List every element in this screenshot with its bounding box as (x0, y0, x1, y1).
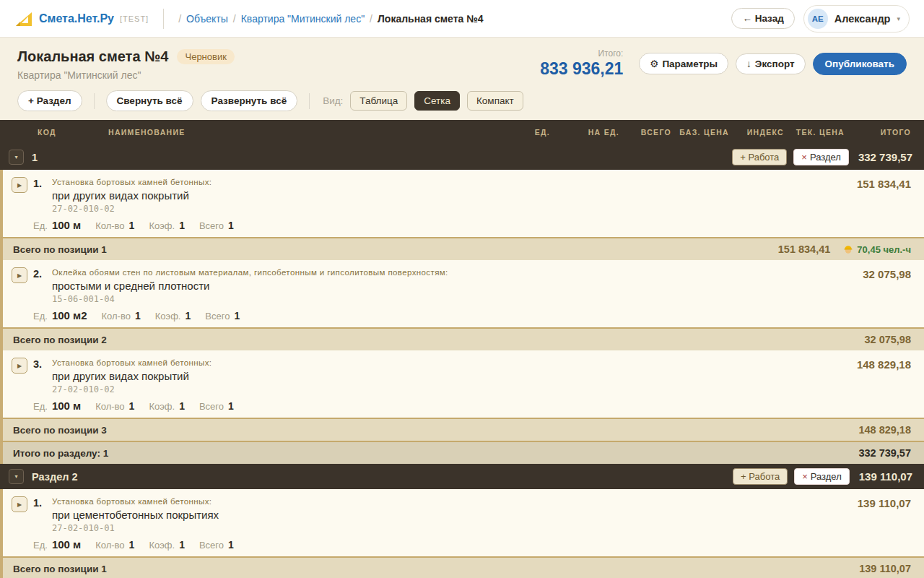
item-expand-button[interactable]: ▶ (12, 496, 27, 512)
status-badge: Черновик (177, 49, 234, 64)
breadcrumb-object[interactable]: Квартира "Митинский лес" (241, 13, 365, 25)
item-title: Оклейка обоями стен по листовым материал… (52, 267, 857, 277)
item-coef: 1 (179, 539, 185, 551)
close-icon: × (801, 152, 807, 163)
item-qty-total: 1 (228, 400, 234, 412)
logo-triangle-icon (14, 10, 33, 27)
grand-total: Итого: 833 936,21 (540, 48, 623, 79)
play-icon: ▶ (17, 363, 22, 369)
play-icon: ▶ (17, 501, 22, 508)
section-total-value: 332 739,57 (858, 151, 912, 163)
estimate-subtitle: Квартира "Митинский лес" (17, 69, 540, 81)
item-unit: 100 м2 (52, 309, 87, 322)
delete-section-button[interactable]: ×Раздел (794, 468, 850, 485)
section-total-label: Итого по разделу: 1 (13, 448, 108, 459)
view-compact-button[interactable]: Компакт (467, 91, 523, 111)
page-title: Локальная смета №4 (17, 48, 168, 65)
item-title: Установка бортовых камней бетонных: (52, 496, 852, 506)
item-title: Установка бортовых камней бетонных: (52, 177, 851, 187)
close-icon: × (802, 471, 808, 482)
view-table-button[interactable]: Таблица (350, 91, 407, 111)
col-code: КОД (13, 128, 108, 137)
app-logo[interactable]: Смета.Нет.Ру [TEST] (14, 10, 149, 27)
item-coef: 1 (179, 220, 185, 231)
item-code: 15-06-001-04 (52, 295, 857, 304)
expand-all-button[interactable]: Развернуть всё (201, 90, 298, 111)
position-total-label: Всего по позиции 3 (13, 425, 107, 436)
item-amount: 148 829,18 (857, 358, 911, 371)
add-work-button[interactable]: + Работа (732, 149, 787, 165)
estimate-item-row: ▶ 1. Установка бортовых камней бетонных:… (0, 170, 924, 237)
user-name: Александр (834, 13, 891, 25)
item-expand-button[interactable]: ▶ (12, 177, 27, 193)
avatar: АЕ (808, 9, 828, 29)
section-total-amount: 332 739,57 (858, 447, 911, 459)
col-unit: ЕД. (494, 128, 550, 137)
item-subtitle: при других видах покрытий (52, 189, 851, 202)
position-total-row: Всего по позиции 1 151 834,41 70,45 чел.… (0, 237, 924, 260)
section-total-row: Итого по разделу: 1 332 739,57 (0, 441, 924, 464)
estimate-item-row: ▶ 2. Оклейка обоями стен по листовым мат… (0, 260, 924, 327)
estimate-item-row: ▶ 3. Установка бортовых камней бетонных:… (0, 350, 924, 418)
item-coef: 1 (185, 310, 191, 322)
item-subtitle: при других видах покрытий (52, 370, 851, 382)
params-button[interactable]: ⚙Параметры (639, 53, 728, 74)
divider (309, 93, 310, 109)
back-button[interactable]: ← Назад (731, 8, 794, 29)
position-total-label: Всего по позиции 1 (13, 564, 107, 574)
item-amount: 139 110,07 (858, 497, 911, 509)
section-name: Раздел 2 (32, 471, 78, 483)
publish-button[interactable]: Опубликовать (813, 53, 907, 75)
item-number: 1. (33, 497, 46, 509)
item-number: 1. (33, 178, 46, 189)
section-collapse-button[interactable]: ▾ (9, 150, 24, 165)
breadcrumb-separator: / (370, 13, 372, 25)
col-name: НАИМЕНОВАНИЕ (108, 128, 494, 137)
collapse-all-button[interactable]: Свернуть всё (106, 90, 193, 111)
section-header-1: ▾ 1 + Работа ×Раздел 332 739,57 (0, 144, 924, 170)
item-meta: Ед.100 м Кол-во1 Коэф.1 Всего1 (33, 538, 911, 551)
divider (94, 93, 95, 109)
item-qty-total: 1 (234, 310, 240, 322)
item-amount: 32 075,98 (863, 268, 911, 280)
section-header-2: ▾ Раздел 2 + Работа ×Раздел 139 110,07 (0, 464, 924, 489)
item-code: 27-02-010-02 (52, 385, 851, 394)
delete-section-button[interactable]: ×Раздел (793, 149, 849, 165)
toolbar: + Раздел Свернуть всё Развернуть всё Вид… (0, 87, 924, 120)
top-bar: Смета.Нет.Ру [TEST] / Объекты / Квартира… (0, 0, 924, 38)
breadcrumb-objects[interactable]: Объекты (186, 13, 228, 25)
item-code: 27-02-010-02 (52, 204, 851, 214)
add-work-button[interactable]: + Работа (733, 468, 788, 485)
export-button[interactable]: ↓Экспорт (736, 53, 806, 74)
breadcrumb: / Объекты / Квартира "Митинский лес" / Л… (178, 13, 483, 25)
item-meta: Ед.100 м Кол-во1 Коэф.1 Всего1 (33, 219, 911, 231)
section-name: 1 (32, 152, 38, 163)
item-unit: 100 м (52, 219, 81, 231)
col-current-price: ТЕК. ЦЕНА (784, 128, 845, 137)
item-number: 2. (33, 268, 46, 280)
grand-total-value: 833 936,21 (540, 59, 623, 79)
position-total-label: Всего по позиции 1 (13, 244, 107, 255)
chevron-down-icon: ▾ (14, 473, 17, 480)
item-title: Установка бортовых камней бетонных: (52, 358, 851, 368)
breadcrumb-separator: / (233, 13, 236, 25)
download-icon: ↓ (746, 59, 751, 69)
add-section-button-top[interactable]: + Раздел (17, 90, 82, 111)
item-expand-button[interactable]: ▶ (12, 358, 27, 374)
section-collapse-button[interactable]: ▾ (9, 469, 24, 484)
title-section: Локальная смета №4 Черновик Квартира "Ми… (0, 38, 924, 87)
view-mode-label: Вид: (323, 95, 343, 106)
play-icon: ▶ (17, 182, 22, 189)
item-expand-button[interactable]: ▶ (12, 267, 27, 283)
brand-name: Смета.Нет.Ру (39, 12, 114, 25)
worker-icon (843, 244, 853, 254)
position-total-row: Всего по позиции 1 139 110,07 (0, 556, 924, 578)
play-icon: ▶ (17, 272, 22, 279)
chevron-down-icon: ▾ (897, 15, 900, 22)
user-menu[interactable]: АЕ Александр ▾ (803, 5, 910, 33)
item-qty-total: 1 (228, 539, 234, 551)
view-grid-button[interactable]: Сетка (414, 91, 460, 111)
item-number: 3. (33, 358, 46, 370)
estimate-item-row: ▶ 1. Установка бортовых камней бетонных:… (0, 489, 924, 556)
item-amount: 151 834,41 (857, 178, 911, 190)
